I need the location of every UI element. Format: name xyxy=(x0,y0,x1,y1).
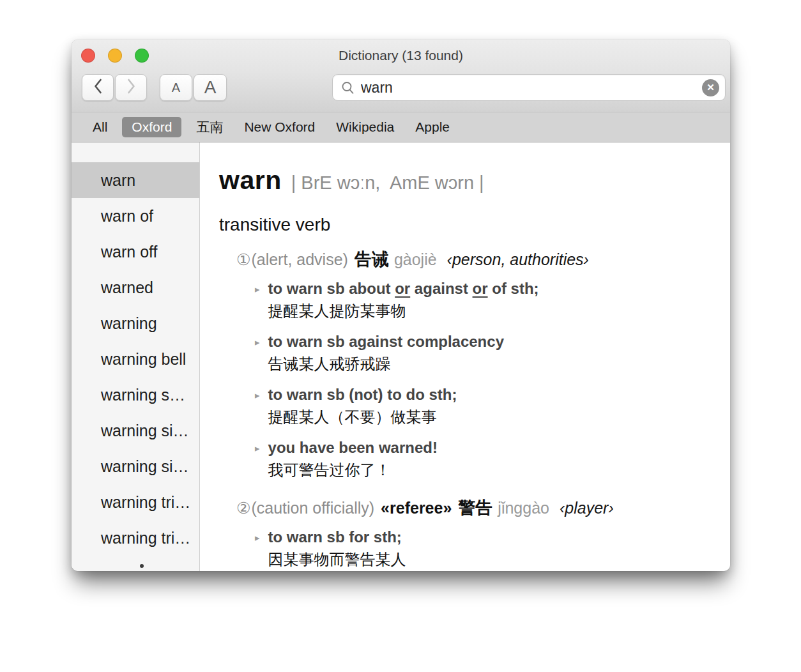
results-sidebar: warn warn of warn off warned warning war… xyxy=(72,142,200,571)
result-item[interactable]: warned xyxy=(72,270,199,305)
result-item[interactable]: warning tri… xyxy=(72,484,199,520)
sense-pinyin: jǐnggào xyxy=(498,499,549,517)
example: ▸ to warn sb for sth; 因某事物而警告某人 xyxy=(255,526,717,570)
result-item[interactable]: warning si… xyxy=(72,413,199,448)
window-body: warn warn of warn off warned warning war… xyxy=(72,142,730,571)
part-of-speech: transitive verb xyxy=(219,215,717,235)
result-item[interactable]: warning si… xyxy=(72,448,199,484)
decrease-font-button[interactable]: A xyxy=(160,74,192,101)
example-bullet-icon: ▸ xyxy=(255,331,260,375)
result-item[interactable]: warn of xyxy=(72,198,199,234)
desktop: Dictionary (13 found) A A ✕ xyxy=(0,0,801,672)
example-english: to warn sb for sth; xyxy=(268,526,406,548)
dictionary-tab-bar: All Oxford 五南 New Oxford Wikipedia Apple xyxy=(72,112,730,142)
example-bullet-icon: ▸ xyxy=(255,437,260,481)
sense-subject: «referee» xyxy=(381,499,452,517)
result-item[interactable]: warn xyxy=(72,162,199,198)
tab-new-oxford[interactable]: New Oxford xyxy=(244,119,315,135)
example-english: to warn sb against complacency xyxy=(268,330,504,353)
close-icon: ✕ xyxy=(706,82,715,93)
result-item[interactable]: warning tri… xyxy=(72,520,199,556)
clear-search-button[interactable]: ✕ xyxy=(702,79,719,96)
sense-translation: 告诫 xyxy=(355,250,389,269)
tab-wikipedia[interactable]: Wikipedia xyxy=(336,119,394,135)
example: ▸ to warn sb (not) to do sth; 提醒某人（不要）做某… xyxy=(255,383,717,428)
increase-font-button[interactable]: A xyxy=(194,74,227,101)
example-english: to warn sb about or against or of sth; xyxy=(268,277,539,300)
result-item[interactable]: warning bell xyxy=(72,341,199,377)
result-item[interactable]: warn off xyxy=(72,234,199,270)
sense-translation: 警告 xyxy=(458,498,492,517)
window-title: Dictionary (13 found) xyxy=(72,40,730,70)
example-chinese: 提醒某人提防某事物 xyxy=(268,300,539,322)
tab-apple[interactable]: Apple xyxy=(415,119,450,135)
chevron-left-icon xyxy=(93,78,103,97)
example-chinese: 提醒某人（不要）做某事 xyxy=(268,406,457,428)
entry-headword: warn xyxy=(219,165,282,195)
example-bullet-icon: ▸ xyxy=(255,526,260,570)
sense-pinyin: gàojiè xyxy=(394,250,437,268)
example-bullet-icon: ▸ xyxy=(255,278,260,322)
sense-collocation: ‹person, authorities› xyxy=(447,250,589,268)
tab-oxford[interactable]: Oxford xyxy=(122,117,181,137)
sense-heading: ②(caution officially)«referee»警告jǐnggào‹… xyxy=(236,496,717,519)
clipped-result-item xyxy=(140,564,144,568)
example-chinese: 因某事物而警告某人 xyxy=(268,548,406,570)
example: ▸ you have been warned! 我可警告过你了！ xyxy=(255,436,717,481)
window-chrome: Dictionary (13 found) A A ✕ xyxy=(72,40,730,112)
search-icon xyxy=(340,80,355,95)
sense-number: ② xyxy=(236,499,250,517)
result-item[interactable]: warning xyxy=(72,305,199,341)
sense-heading: ①(alert, advise)告诫gàojiè‹person, authori… xyxy=(236,248,717,271)
sense-number: ① xyxy=(236,250,250,268)
example-chinese: 我可警告过你了！ xyxy=(268,459,438,481)
sense-gloss: (caution officially) xyxy=(251,499,374,517)
search-field[interactable]: ✕ xyxy=(332,74,726,101)
forward-button[interactable] xyxy=(115,74,147,101)
example-bullet-icon: ▸ xyxy=(255,384,260,428)
example-english: to warn sb (not) to do sth; xyxy=(268,383,457,406)
back-button[interactable] xyxy=(82,74,114,101)
chevron-right-icon xyxy=(126,78,137,97)
definition-pane: warn | BrE wɔːn, AmE wɔrn | transitive v… xyxy=(200,142,730,571)
sense-collocation: ‹player› xyxy=(560,499,614,517)
tab-all[interactable]: All xyxy=(93,119,107,135)
example-chinese: 告诫某人戒骄戒躁 xyxy=(268,353,504,375)
entry-headline: warn | BrE wɔːn, AmE wɔrn | xyxy=(219,165,717,195)
search-input[interactable] xyxy=(361,79,702,96)
entry-pronunciation: | BrE wɔːn, AmE wɔrn | xyxy=(291,172,484,194)
tab-wunan[interactable]: 五南 xyxy=(196,118,223,136)
result-item[interactable]: warning s… xyxy=(72,377,199,413)
dictionary-window: Dictionary (13 found) A A ✕ xyxy=(72,40,730,571)
example-english: you have been warned! xyxy=(268,436,438,459)
sense-gloss: (alert, advise) xyxy=(251,250,347,268)
example: ▸ to warn sb about or against or of sth;… xyxy=(255,277,717,322)
example: ▸ to warn sb against complacency 告诫某人戒骄戒… xyxy=(255,330,717,375)
